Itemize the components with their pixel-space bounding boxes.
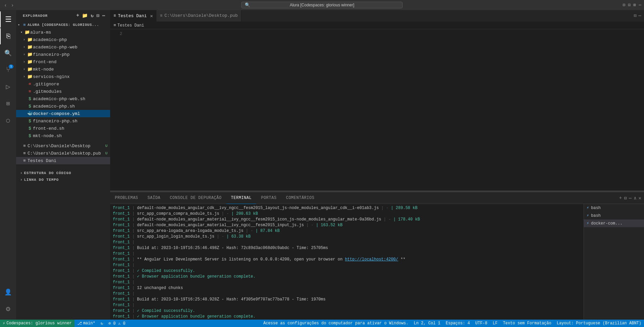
term-front: front_1 (113, 217, 130, 222)
panel-tab-terminal[interactable]: TERMINAL (226, 192, 257, 204)
tree-item-gitignore[interactable]: › ≡ .gitignore (16, 80, 110, 88)
status-position[interactable]: Ln 2, Col 1 (411, 320, 443, 327)
tree-item-mkt-node-sh[interactable]: › $ mkt-node.sh (16, 132, 110, 139)
tab-label: Testes Dani (118, 13, 147, 18)
tree-item-docker-compose[interactable]: › 🐳 docker-compose.yml (16, 110, 110, 117)
tree-item-servicos-nginx[interactable]: › 📁 servicos-nginx (16, 73, 110, 80)
term-localhost-link[interactable]: http://localhost:4200/ (345, 257, 398, 262)
activity-item-run[interactable]: ▷ (0, 79, 16, 95)
close-panel-icon[interactable]: ✕ (639, 195, 641, 201)
more-terminal-icon[interactable]: ⋯ (629, 195, 632, 201)
split-terminal-icon[interactable]: ⊟ (624, 195, 627, 201)
toggle-sidebar-icon[interactable]: ⊟ (623, 2, 626, 8)
status-language[interactable]: Texto sem Formatação (500, 320, 554, 327)
panel-tab-output[interactable]: SAÍDA (143, 192, 165, 204)
docker-icon: 🐳 (27, 111, 33, 116)
refresh-icon[interactable]: ↻ (90, 12, 94, 19)
status-sync[interactable]: ↻ (98, 320, 106, 327)
activity-item-account[interactable]: 👤 (0, 284, 16, 300)
term-bundle: ✓ Browser application bundle generation … (137, 274, 256, 279)
activity-item-github[interactable]: ◯ (0, 112, 16, 128)
nav-back-button[interactable]: ‹ (3, 2, 8, 8)
nav-forward-button[interactable]: › (10, 2, 15, 8)
more-tabs-icon[interactable]: ⋯ (639, 13, 641, 18)
panel-tab-debug[interactable]: CONSOLE DE DEPURAÇÃO (165, 192, 226, 204)
status-notification[interactable]: Acesse as configurações do computador pa… (261, 320, 411, 327)
editor-content[interactable]: 2 (110, 29, 644, 191)
search-icon: 🔍 (4, 49, 12, 57)
tree-item-front-end-sh[interactable]: › $ front-end.sh (16, 125, 110, 132)
activity-item-source-control[interactable]: ⑂ 1 (0, 62, 16, 78)
collapse-icon[interactable]: ⊟ (96, 12, 100, 19)
tree-item-financeiro-php-sh[interactable]: › $ financeiro-php.sh (16, 117, 110, 125)
activity-item-extensions[interactable]: ⊞ (0, 95, 16, 112)
terminal-session-docker[interactable]: ⚡ docker-com... (584, 219, 644, 227)
term-front: front_1 (113, 280, 130, 285)
more-actions-icon[interactable]: ⋯ (102, 12, 106, 19)
tree-item-financeiro-php[interactable]: › 📁 financeiro-php (16, 51, 110, 58)
status-codespaces[interactable]: ⚡ Codespaces: glorious winner (0, 320, 75, 327)
term-pipe: | (132, 297, 135, 302)
activity-item-menu[interactable]: ☰ (0, 11, 16, 28)
tab-testes-dani[interactable]: ≡ Testes Dani ✕ (110, 10, 156, 22)
tree-item-gitmodules[interactable]: › ≡ .gitmodules (16, 88, 110, 95)
split-editor-icon[interactable]: ⊟ (634, 13, 636, 18)
sidebar-section-timeline[interactable]: › LINHA DO TEMPO (16, 176, 110, 183)
term-pipe: | (132, 309, 135, 313)
panel-tab-ports[interactable]: PORTAS (256, 192, 281, 204)
panel-tab-comments[interactable]: COMENTÁRIOS (281, 192, 319, 204)
terminal-session-bash2[interactable]: ⚡ bash (584, 212, 644, 219)
eol-text: LF (493, 321, 498, 326)
arrow: ▾ (19, 30, 24, 34)
tree-item-academico-php-web[interactable]: › 📁 academico-php-web (16, 43, 110, 51)
term-size: | 178.40 kB (393, 217, 420, 222)
tree-item-front-end[interactable]: › 📁 front-end (16, 58, 110, 66)
tree-item-academico-php[interactable]: › 📁 academico-php (16, 36, 110, 43)
tree-item-academico-php-web-sh[interactable]: › $ academico-php-web.sh (16, 95, 110, 103)
maximize-panel-icon[interactable]: ∧ (634, 195, 636, 201)
label: academico-php.sh (33, 104, 110, 109)
status-encoding[interactable]: UTF-8 (473, 320, 490, 327)
workspace-root[interactable]: ▾ ≡ ALURA [CODESPACES: GLORIOUS... (16, 21, 110, 29)
spaces-text: Espaços: 4 (446, 321, 470, 326)
toggle-layout-icon[interactable]: ⊞ (633, 2, 636, 8)
tree-item-academico-php-sh[interactable]: › $ academico-php.sh (16, 103, 110, 110)
new-file-icon[interactable]: + (76, 12, 80, 19)
new-terminal-icon[interactable]: + (619, 195, 622, 201)
term-front: front_1 (113, 297, 130, 302)
more-icon[interactable]: ⋯ (639, 2, 641, 8)
tab-close-icon[interactable]: ✕ (150, 13, 153, 19)
title-bar-search[interactable] (241, 2, 403, 8)
status-branch-item[interactable]: ⎇ main* (75, 320, 98, 327)
status-eol[interactable]: LF (490, 320, 500, 327)
activity-item-settings[interactable]: ⚙ (0, 301, 16, 317)
label: Testes Dani (28, 158, 110, 163)
status-spaces[interactable]: Espaços: 4 (443, 320, 472, 327)
tree-item-mkt-node[interactable]: › 📁 mkt-node (16, 66, 110, 73)
term-size: | 163.52 kB (316, 223, 342, 228)
timeline-label: LINHA DO TEMPO (24, 178, 59, 182)
main-layout: ☰ ⎘ 🔍 ⑂ 1 ▷ ⊞ ◯ 👤 ⚙ (0, 10, 644, 320)
panel-tab-problems[interactable]: PROBLEMAS (110, 192, 143, 204)
tree-item-testes-dani[interactable]: › ≡ Testes Dani (16, 157, 110, 164)
status-layout[interactable]: Layout: Portuguese (Brazilian ABNT) (554, 320, 644, 327)
tab-desktop-pub[interactable]: ≡ C:\Users\Daniele\Desktop.pub (156, 10, 241, 22)
tree-item-alura-ms[interactable]: ▾ 📁 alura-ms (16, 29, 110, 36)
new-folder-icon[interactable]: 📁 (81, 12, 89, 19)
activity-item-search[interactable]: 🔍 (0, 45, 16, 61)
folder-icon: 📁 (27, 44, 33, 50)
term-pipe: | (132, 251, 135, 256)
status-errors[interactable]: ⊘ 0 ⚠ 0 (106, 320, 128, 327)
term-pipe: | (132, 257, 135, 262)
breadcrumb-item[interactable]: Testes Dani (118, 23, 144, 28)
terminal-session-bash1[interactable]: ⚡ bash (584, 204, 644, 212)
terminal-line: front_1 | (113, 280, 581, 285)
terminal-content[interactable]: front_1 | default-node_modules_angular_c… (110, 204, 584, 320)
activity-item-explorer[interactable]: ⎘ (0, 28, 16, 44)
tree-item-desktop-u[interactable]: › ≡ C:\Users\Daniele\Desktop U (16, 142, 110, 150)
tree-item-desktop-pub[interactable]: › ≡ C:\Users\Daniele\Desktop.pub U (16, 150, 110, 157)
editor-lines[interactable] (126, 29, 644, 191)
sidebar-section-code-structure[interactable]: › ESTRUTURA DO CÓDIGO (16, 170, 110, 176)
term-pipe: | (132, 303, 135, 308)
toggle-panel-icon[interactable]: ⊡ (628, 2, 631, 8)
